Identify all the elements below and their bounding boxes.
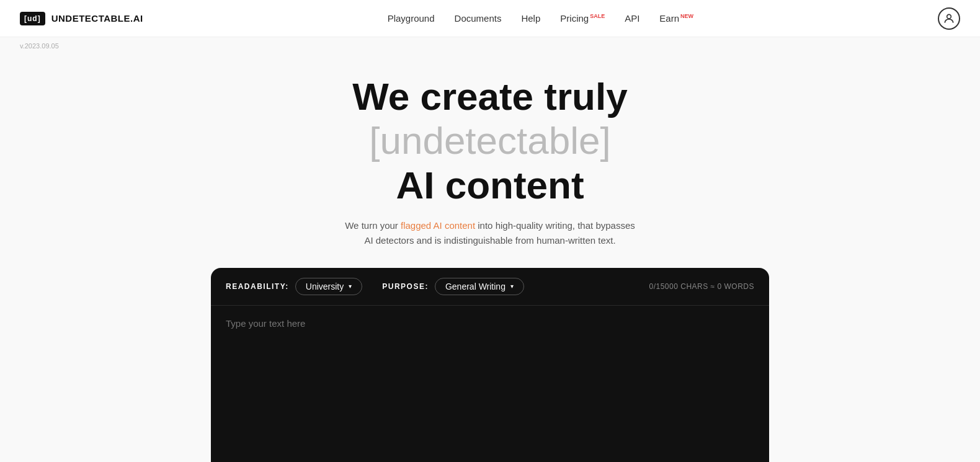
nav-link-playground[interactable]: Playground [388,13,435,24]
subtitle-highlight: flagged AI content [401,220,475,231]
nav-item-documents[interactable]: Documents [455,13,502,24]
tool-card: READABILITY: University ▾ PURPOSE: Gener… [211,268,769,462]
purpose-control: PURPOSE: General Writing ▾ [382,278,524,295]
nav-item-earn[interactable]: EarnNEW [659,13,693,24]
subtitle-end: AI detectors and is indistinguishable fr… [364,235,615,246]
user-avatar-button[interactable] [938,7,960,30]
readability-dropdown[interactable]: University ▾ [295,278,362,295]
chevron-down-icon: ▾ [349,283,352,290]
nav-link-documents[interactable]: Documents [455,13,502,24]
purpose-dropdown[interactable]: General Writing ▾ [435,278,524,295]
nav-item-pricing[interactable]: PricingSALE [560,13,605,24]
earn-new-badge: NEW [680,13,693,19]
hero-section: We create truly [undetectable] AI conten… [0,37,980,462]
tool-header: READABILITY: University ▾ PURPOSE: Gener… [211,268,769,306]
tool-body [211,306,769,462]
hero-line2: [undetectable] [369,119,611,162]
svg-point-0 [947,14,951,19]
pricing-sale-badge: SALE [590,13,605,19]
hero-line1: We create truly [352,75,627,118]
hero-line3: AI content [396,164,584,207]
nav-link-earn[interactable]: EarnNEW [659,13,693,24]
hero-title: We create truly [undetectable] AI conten… [352,74,627,207]
char-count: 0/15000 CHARS ≈ 0 WORDS [649,282,754,291]
logo-box: [ud] [20,12,45,25]
nav-link-api[interactable]: API [625,13,639,24]
readability-label: READABILITY: [226,282,289,291]
nav-item-help[interactable]: Help [521,13,540,24]
chevron-down-icon-2: ▾ [510,283,514,290]
readability-value: University [306,282,344,291]
subtitle-prefix: We turn your [345,220,401,231]
purpose-value: General Writing [445,282,506,291]
logo[interactable]: [ud] UNDETECTABLE.AI [20,12,143,25]
user-icon [943,12,955,25]
nav-link-help[interactable]: Help [521,13,540,24]
nav-item-playground[interactable]: Playground [388,13,435,24]
nav-links: Playground Documents Help PricingSALE AP… [388,13,693,24]
hero-subtitle: We turn your flagged AI content into hig… [345,218,635,248]
navbar: [ud] UNDETECTABLE.AI Playground Document… [0,0,980,37]
logo-text: UNDETECTABLE.AI [51,13,143,24]
version-tag: v.2023.09.05 [20,42,59,50]
readability-control: READABILITY: University ▾ [226,278,362,295]
nav-link-pricing[interactable]: PricingSALE [560,13,605,24]
subtitle-middle: into high-quality writing, that bypasses [475,220,635,231]
text-input[interactable] [226,318,754,455]
nav-item-api[interactable]: API [625,13,639,24]
purpose-label: PURPOSE: [382,282,429,291]
